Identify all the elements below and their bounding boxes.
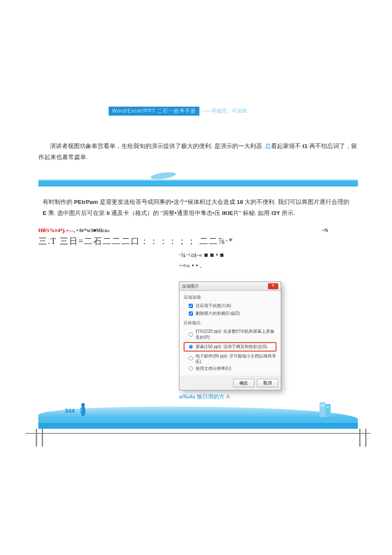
wave-base <box>38 423 358 429</box>
svg-rect-4 <box>323 405 324 406</box>
header-title-tail: ——早做完，不加班 <box>201 108 247 115</box>
crop-mark-left <box>36 429 37 447</box>
garbled-line-1: HB¾%≡4*j.+—, • 0r*w3■Mica« ··N <box>38 227 358 234</box>
ok-button[interactable]: 确定 <box>233 379 254 387</box>
crop-mark-right <box>359 429 360 447</box>
group-label-2: 目标输出: <box>184 320 277 326</box>
checkbox-delete-crop[interactable]: 删除图片的剪裁区域(D) <box>184 310 277 317</box>
dialog-titlebar: 压缩图片 ✕ <box>179 282 281 291</box>
header-title-blue: Word/Excel/PPT 二石一效率手册 <box>109 107 199 116</box>
dialog-title-text: 压缩图片 <box>182 283 199 289</box>
close-icon[interactable]: ✕ <box>268 283 278 289</box>
dialog-body: 压缩选项: 仅应用于此图片(A) 删除图片的剪裁区域(D) 目标输出: 打印(2… <box>179 291 281 376</box>
page-number: 344 <box>65 407 75 414</box>
radio-input[interactable] <box>189 345 193 349</box>
cancel-button[interactable]: 取消 <box>257 379 278 387</box>
radio-input[interactable] <box>189 356 193 360</box>
paragraph-1: 演讲者视图功象奉宫看单，生给我旬的演示提供了极大的便利. 是演示的一大利器. 总… <box>38 141 358 163</box>
figure-caption: aI‰4a 愉日用的方 A <box>179 393 281 401</box>
person-icon <box>78 402 88 416</box>
radio-input[interactable] <box>189 332 193 337</box>
ribbon-screenshot: HB¾%≡4*j.+—, • 0r*w3■Mica« ··N 三.T 三日=二石… <box>38 227 358 271</box>
checkbox-input[interactable] <box>189 304 193 308</box>
page-header: Word/Excel/PPT 二石一效率手册 ——早做完，不加班 <box>109 107 358 115</box>
checkbox-apply-only[interactable]: 仅应用于此图片(A) <box>184 302 277 310</box>
svg-rect-3 <box>321 405 322 406</box>
group-label-1: 压缩选项: <box>184 294 277 300</box>
garbled-right: ·¾·<ot-« ■ ■ • ■ ~≡« • • . <box>179 250 358 271</box>
paragraph-2: 有时制作的 PEtrPam 是需更发送给茶号或同事的•这个*候体积过大会造成 1… <box>38 197 358 218</box>
checkbox-input[interactable] <box>189 311 193 316</box>
svg-point-0 <box>81 403 85 407</box>
dialog-figure: 压缩图片 ✕ 压缩选项: 仅应用于此图片(A) 删除图片的剪裁区域(D) 目标输… <box>179 282 281 401</box>
svg-rect-5 <box>327 407 329 408</box>
inline-link[interactable]: 总 <box>265 143 271 149</box>
document-page: Word/Excel/PPT 二石一效率手册 ——早做完，不加班 演讲者视图功象… <box>38 0 358 436</box>
radio-document[interactable]: 使用文档分辨率(U) <box>184 365 277 372</box>
compress-dialog: 压缩图片 ✕ 压缩选项: 仅应用于此图片(A) 删除图片的剪裁区域(D) 目标输… <box>179 282 281 390</box>
crop-mark-horizontal <box>26 433 371 434</box>
dialog-buttons: 确定 取消 <box>179 376 281 390</box>
radio-email[interactable]: 电子邮件(96 ppi): 尽可能缩小文档以便共享(E) <box>184 352 277 365</box>
radio-input[interactable] <box>189 366 193 371</box>
svg-rect-2 <box>320 402 326 417</box>
page-footer: 344 <box>38 407 358 436</box>
building-icon <box>320 401 332 417</box>
section-divider <box>38 174 358 186</box>
radio-print[interactable]: 打印(220 ppi): 在多数打印机和屏幕上质量良好(P) <box>184 328 277 341</box>
radio-screen-highlighted[interactable]: 屏幕(150 ppi): 适用于网页和投影仪(S) <box>184 342 277 352</box>
garbled-line-2: 三.T 三日=二石二二二口：：：：；； 二二⅞·* <box>38 235 358 247</box>
